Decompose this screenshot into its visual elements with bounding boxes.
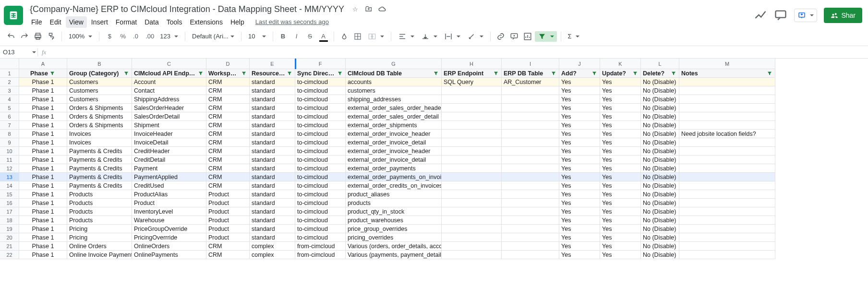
cell-F22[interactable]: from-cimcloud (295, 251, 346, 259)
cell-J2[interactable]: Yes (559, 78, 600, 86)
cell-D2[interactable]: CRM (206, 78, 250, 86)
menu-file[interactable]: File (28, 16, 46, 28)
cell-F18[interactable]: to-cimcloud (295, 216, 346, 225)
col-header-K[interactable]: K (600, 59, 641, 69)
cell-E8[interactable]: standard (250, 130, 295, 138)
cell-M11[interactable] (679, 156, 775, 164)
cell-D20[interactable]: Product (206, 233, 250, 242)
row-header-11[interactable]: 11 (0, 156, 19, 164)
menu-view[interactable]: View (66, 16, 87, 28)
cell-F9[interactable]: to-cimcloud (295, 138, 346, 147)
cell-M9[interactable] (679, 138, 775, 147)
undo-button[interactable] (5, 30, 17, 43)
cell-B8[interactable]: Invoices (67, 130, 132, 138)
cell-J9[interactable]: Yes (559, 138, 600, 147)
cell-I21[interactable] (502, 242, 559, 251)
cell-E12[interactable]: standard (250, 164, 295, 173)
cell-J20[interactable]: Yes (559, 233, 600, 242)
formula-input[interactable] (50, 48, 868, 57)
cell-E9[interactable]: standard (250, 138, 295, 147)
cell-L20[interactable]: No (Disable) (641, 233, 679, 242)
cell-I4[interactable] (502, 95, 559, 104)
menu-tools[interactable]: Tools (163, 16, 186, 28)
cell-F2[interactable]: to-cimcloud (295, 78, 346, 86)
header-cell-G[interactable]: CIMcloud DB Table (346, 69, 442, 78)
cell-A2[interactable]: Phase 1 (19, 78, 67, 86)
filter-icon[interactable] (493, 70, 499, 77)
redo-button[interactable] (18, 30, 31, 43)
cell-C18[interactable]: Warehouse (132, 216, 206, 225)
cell-C14[interactable]: CreditUsed (132, 181, 206, 190)
cell-H14[interactable] (442, 181, 502, 190)
cell-J6[interactable]: Yes (559, 112, 600, 121)
cell-F5[interactable]: to-cimcloud (295, 104, 346, 112)
cell-K20[interactable]: Yes (600, 233, 641, 242)
cell-C16[interactable]: Product (132, 199, 206, 207)
name-box-dropdown[interactable] (29, 51, 37, 53)
cell-J8[interactable]: Yes (559, 130, 600, 138)
col-header-M[interactable]: M (679, 59, 775, 69)
cell-L15[interactable]: No (Disable) (641, 190, 679, 199)
cell-M15[interactable] (679, 190, 775, 199)
cell-G3[interactable]: customers (346, 86, 442, 95)
cell-B11[interactable]: Payments & Credits (67, 156, 132, 164)
cell-E14[interactable]: standard (250, 181, 295, 190)
percent-button[interactable]: % (117, 30, 129, 43)
fill-color-button[interactable] (338, 30, 350, 43)
cell-L12[interactable]: No (Disable) (641, 164, 679, 173)
timeline-icon[interactable] (754, 9, 767, 22)
cell-K7[interactable]: Yes (600, 121, 641, 130)
italic-button[interactable]: I (290, 30, 303, 43)
cell-K18[interactable]: Yes (600, 216, 641, 225)
cell-L19[interactable]: No (Disable) (641, 225, 679, 233)
cell-C4[interactable]: ShippingAddress (132, 95, 206, 104)
cell-F10[interactable]: to-cimcloud (295, 147, 346, 156)
cell-K9[interactable]: Yes (600, 138, 641, 147)
row-header-1[interactable]: 1 (0, 69, 19, 78)
cell-G5[interactable]: external_order_sales_order_header (346, 104, 442, 112)
col-header-F[interactable]: F (295, 59, 346, 69)
cell-H11[interactable] (442, 156, 502, 164)
cell-L17[interactable]: No (Disable) (641, 207, 679, 216)
cell-F4[interactable]: to-cimcloud (295, 95, 346, 104)
cell-C21[interactable]: OnlineOrders (132, 242, 206, 251)
cell-J7[interactable]: Yes (559, 121, 600, 130)
v-align-button[interactable] (418, 31, 440, 42)
menu-extensions[interactable]: Extensions (186, 16, 226, 28)
cell-M7[interactable] (679, 121, 775, 130)
cell-D11[interactable]: CRM (206, 156, 250, 164)
cell-M21[interactable] (679, 242, 775, 251)
cell-K11[interactable]: Yes (600, 156, 641, 164)
col-header-C[interactable]: C (132, 59, 206, 69)
cell-F6[interactable]: to-cimcloud (295, 112, 346, 121)
cell-J13[interactable]: Yes (559, 173, 600, 181)
share-button[interactable]: Shar (824, 8, 862, 23)
cell-E22[interactable]: complex (250, 251, 295, 259)
cell-G7[interactable]: external_order_shipments (346, 121, 442, 130)
cell-D21[interactable]: CRM (206, 242, 250, 251)
cell-G12[interactable]: external_order_payments (346, 164, 442, 173)
filter-icon[interactable] (670, 70, 677, 77)
row-header-9[interactable]: 9 (0, 138, 19, 147)
spreadsheet-grid[interactable]: ABCDEFGHIJKLM1PhaseGroup (Category)CIMcl… (0, 59, 868, 259)
cell-I11[interactable] (502, 156, 559, 164)
cell-I10[interactable] (502, 147, 559, 156)
cell-D3[interactable]: CRM (206, 86, 250, 95)
cell-H16[interactable] (442, 199, 502, 207)
cell-F14[interactable]: to-cimcloud (295, 181, 346, 190)
cell-K22[interactable]: Yes (600, 251, 641, 259)
cell-K6[interactable]: Yes (600, 112, 641, 121)
cell-E17[interactable]: standard (250, 207, 295, 216)
cell-E4[interactable]: standard (250, 95, 295, 104)
row-header-16[interactable]: 16 (0, 199, 19, 207)
cell-J15[interactable]: Yes (559, 190, 600, 199)
cell-H6[interactable] (442, 112, 502, 121)
cell-A14[interactable]: Phase 1 (19, 181, 67, 190)
cell-E5[interactable]: standard (250, 104, 295, 112)
cell-A18[interactable]: Phase 1 (19, 216, 67, 225)
cell-G21[interactable]: Various (orders, order_details, accounts… (346, 242, 442, 251)
cell-J21[interactable]: Yes (559, 242, 600, 251)
cell-J12[interactable]: Yes (559, 164, 600, 173)
cell-L4[interactable]: No (Disable) (641, 95, 679, 104)
cell-D16[interactable]: Product (206, 199, 250, 207)
